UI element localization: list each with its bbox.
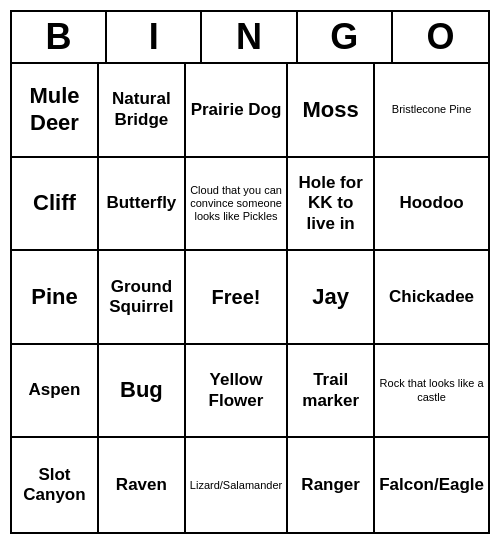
bingo-cell-22: Lizard/Salamander [186,438,288,532]
bingo-cell-7: Cloud that you can convince someone look… [186,158,288,252]
bingo-cell-2: Prairie Dog [186,64,288,158]
cell-text-6: Butterfly [106,193,176,213]
bingo-grid: Mule DeerNatural BridgePrairie DogMossBr… [12,64,488,532]
bingo-cell-17: Yellow Flower [186,345,288,439]
bingo-cell-18: Trail marker [288,345,375,439]
cell-text-12: Free! [212,285,261,309]
bingo-cell-16: Bug [99,345,186,439]
cell-text-23: Ranger [301,475,360,495]
cell-text-20: Slot Canyon [16,465,93,506]
cell-text-16: Bug [120,377,163,403]
header-letter-n: N [202,12,297,62]
header-letter-b: B [12,12,107,62]
bingo-header: BINGO [12,12,488,64]
bingo-cell-13: Jay [288,251,375,345]
bingo-cell-24: Falcon/Eagle [375,438,488,532]
bingo-cell-1: Natural Bridge [99,64,186,158]
cell-text-2: Prairie Dog [191,100,282,120]
cell-text-1: Natural Bridge [103,89,180,130]
cell-text-5: Cliff [33,190,76,216]
cell-text-15: Aspen [28,380,80,400]
bingo-cell-5: Cliff [12,158,99,252]
header-letter-i: I [107,12,202,62]
cell-text-17: Yellow Flower [190,370,282,411]
bingo-cell-20: Slot Canyon [12,438,99,532]
cell-text-18: Trail marker [292,370,369,411]
bingo-cell-19: Rock that looks like a castle [375,345,488,439]
bingo-cell-23: Ranger [288,438,375,532]
bingo-cell-21: Raven [99,438,186,532]
cell-text-19: Rock that looks like a castle [379,377,484,403]
cell-text-8: Hole for KK to live in [292,173,369,234]
cell-text-0: Mule Deer [16,83,93,136]
bingo-cell-3: Moss [288,64,375,158]
bingo-cell-6: Butterfly [99,158,186,252]
cell-text-4: Bristlecone Pine [392,103,472,116]
cell-text-3: Moss [303,97,359,123]
header-letter-g: G [298,12,393,62]
cell-text-11: Ground Squirrel [103,277,180,318]
bingo-cell-10: Pine [12,251,99,345]
bingo-cell-8: Hole for KK to live in [288,158,375,252]
bingo-cell-11: Ground Squirrel [99,251,186,345]
bingo-card: BINGO Mule DeerNatural BridgePrairie Dog… [10,10,490,534]
cell-text-9: Hoodoo [399,193,463,213]
cell-text-10: Pine [31,284,77,310]
bingo-cell-0: Mule Deer [12,64,99,158]
cell-text-22: Lizard/Salamander [190,479,282,492]
cell-text-21: Raven [116,475,167,495]
bingo-cell-15: Aspen [12,345,99,439]
cell-text-7: Cloud that you can convince someone look… [190,184,282,224]
bingo-cell-4: Bristlecone Pine [375,64,488,158]
bingo-cell-14: Chickadee [375,251,488,345]
cell-text-13: Jay [312,284,349,310]
bingo-cell-9: Hoodoo [375,158,488,252]
bingo-cell-12: Free! [186,251,288,345]
cell-text-14: Chickadee [389,287,474,307]
cell-text-24: Falcon/Eagle [379,475,484,495]
header-letter-o: O [393,12,488,62]
